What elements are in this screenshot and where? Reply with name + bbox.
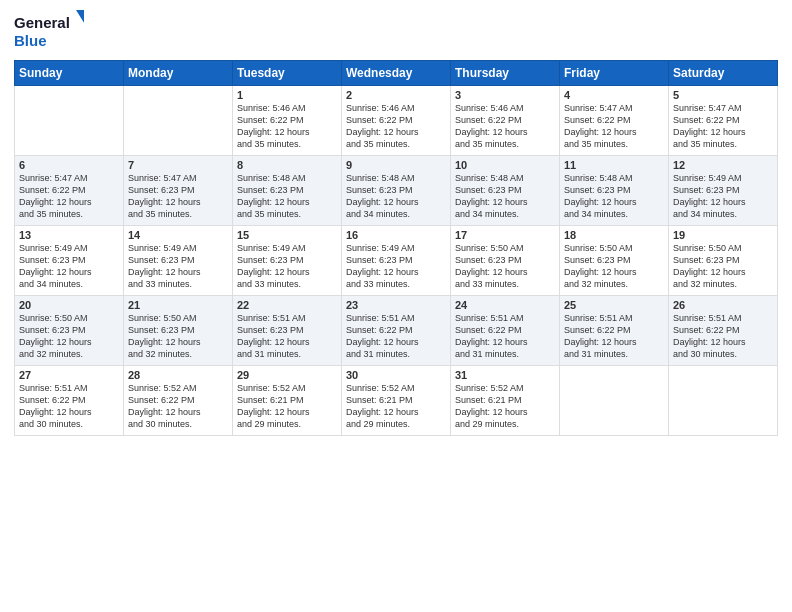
day-number: 29 bbox=[237, 369, 337, 381]
day-info: Sunrise: 5:50 AM Sunset: 6:23 PM Dayligh… bbox=[19, 312, 119, 361]
svg-text:Blue: Blue bbox=[14, 32, 47, 49]
day-info: Sunrise: 5:51 AM Sunset: 6:22 PM Dayligh… bbox=[455, 312, 555, 361]
calendar-cell: 7Sunrise: 5:47 AM Sunset: 6:23 PM Daylig… bbox=[124, 156, 233, 226]
day-number: 9 bbox=[346, 159, 446, 171]
day-number: 30 bbox=[346, 369, 446, 381]
calendar-cell: 17Sunrise: 5:50 AM Sunset: 6:23 PM Dayli… bbox=[451, 226, 560, 296]
day-number: 22 bbox=[237, 299, 337, 311]
calendar-cell: 28Sunrise: 5:52 AM Sunset: 6:22 PM Dayli… bbox=[124, 366, 233, 436]
day-number: 27 bbox=[19, 369, 119, 381]
calendar-cell: 15Sunrise: 5:49 AM Sunset: 6:23 PM Dayli… bbox=[233, 226, 342, 296]
day-info: Sunrise: 5:48 AM Sunset: 6:23 PM Dayligh… bbox=[237, 172, 337, 221]
day-info: Sunrise: 5:50 AM Sunset: 6:23 PM Dayligh… bbox=[128, 312, 228, 361]
calendar-cell: 5Sunrise: 5:47 AM Sunset: 6:22 PM Daylig… bbox=[669, 86, 778, 156]
calendar-cell bbox=[15, 86, 124, 156]
weekday-header-row: SundayMondayTuesdayWednesdayThursdayFrid… bbox=[15, 61, 778, 86]
weekday-monday: Monday bbox=[124, 61, 233, 86]
calendar-cell: 10Sunrise: 5:48 AM Sunset: 6:23 PM Dayli… bbox=[451, 156, 560, 226]
calendar-cell bbox=[669, 366, 778, 436]
svg-text:General: General bbox=[14, 14, 70, 31]
calendar-cell: 1Sunrise: 5:46 AM Sunset: 6:22 PM Daylig… bbox=[233, 86, 342, 156]
calendar-cell: 26Sunrise: 5:51 AM Sunset: 6:22 PM Dayli… bbox=[669, 296, 778, 366]
day-info: Sunrise: 5:49 AM Sunset: 6:23 PM Dayligh… bbox=[19, 242, 119, 291]
day-number: 10 bbox=[455, 159, 555, 171]
calendar-cell: 6Sunrise: 5:47 AM Sunset: 6:22 PM Daylig… bbox=[15, 156, 124, 226]
day-info: Sunrise: 5:48 AM Sunset: 6:23 PM Dayligh… bbox=[455, 172, 555, 221]
calendar-cell: 21Sunrise: 5:50 AM Sunset: 6:23 PM Dayli… bbox=[124, 296, 233, 366]
calendar-cell: 31Sunrise: 5:52 AM Sunset: 6:21 PM Dayli… bbox=[451, 366, 560, 436]
day-number: 21 bbox=[128, 299, 228, 311]
day-number: 5 bbox=[673, 89, 773, 101]
calendar-cell: 13Sunrise: 5:49 AM Sunset: 6:23 PM Dayli… bbox=[15, 226, 124, 296]
day-number: 1 bbox=[237, 89, 337, 101]
day-number: 25 bbox=[564, 299, 664, 311]
calendar-cell: 8Sunrise: 5:48 AM Sunset: 6:23 PM Daylig… bbox=[233, 156, 342, 226]
logo-svg: General Blue bbox=[14, 10, 84, 52]
calendar-cell: 4Sunrise: 5:47 AM Sunset: 6:22 PM Daylig… bbox=[560, 86, 669, 156]
weekday-wednesday: Wednesday bbox=[342, 61, 451, 86]
calendar-cell: 11Sunrise: 5:48 AM Sunset: 6:23 PM Dayli… bbox=[560, 156, 669, 226]
day-info: Sunrise: 5:51 AM Sunset: 6:22 PM Dayligh… bbox=[19, 382, 119, 431]
day-number: 16 bbox=[346, 229, 446, 241]
day-info: Sunrise: 5:49 AM Sunset: 6:23 PM Dayligh… bbox=[673, 172, 773, 221]
day-number: 17 bbox=[455, 229, 555, 241]
day-number: 20 bbox=[19, 299, 119, 311]
day-info: Sunrise: 5:46 AM Sunset: 6:22 PM Dayligh… bbox=[237, 102, 337, 151]
calendar-cell: 18Sunrise: 5:50 AM Sunset: 6:23 PM Dayli… bbox=[560, 226, 669, 296]
calendar-cell: 27Sunrise: 5:51 AM Sunset: 6:22 PM Dayli… bbox=[15, 366, 124, 436]
day-number: 12 bbox=[673, 159, 773, 171]
day-info: Sunrise: 5:52 AM Sunset: 6:22 PM Dayligh… bbox=[128, 382, 228, 431]
day-number: 3 bbox=[455, 89, 555, 101]
weekday-sunday: Sunday bbox=[15, 61, 124, 86]
weekday-saturday: Saturday bbox=[669, 61, 778, 86]
day-info: Sunrise: 5:51 AM Sunset: 6:22 PM Dayligh… bbox=[673, 312, 773, 361]
calendar-cell: 14Sunrise: 5:49 AM Sunset: 6:23 PM Dayli… bbox=[124, 226, 233, 296]
week-row-5: 27Sunrise: 5:51 AM Sunset: 6:22 PM Dayli… bbox=[15, 366, 778, 436]
calendar-cell: 9Sunrise: 5:48 AM Sunset: 6:23 PM Daylig… bbox=[342, 156, 451, 226]
day-info: Sunrise: 5:49 AM Sunset: 6:23 PM Dayligh… bbox=[237, 242, 337, 291]
day-number: 26 bbox=[673, 299, 773, 311]
day-info: Sunrise: 5:52 AM Sunset: 6:21 PM Dayligh… bbox=[346, 382, 446, 431]
day-number: 11 bbox=[564, 159, 664, 171]
calendar-cell: 12Sunrise: 5:49 AM Sunset: 6:23 PM Dayli… bbox=[669, 156, 778, 226]
calendar-body: 1Sunrise: 5:46 AM Sunset: 6:22 PM Daylig… bbox=[15, 86, 778, 436]
calendar-cell: 20Sunrise: 5:50 AM Sunset: 6:23 PM Dayli… bbox=[15, 296, 124, 366]
day-number: 4 bbox=[564, 89, 664, 101]
calendar-cell: 3Sunrise: 5:46 AM Sunset: 6:22 PM Daylig… bbox=[451, 86, 560, 156]
day-info: Sunrise: 5:47 AM Sunset: 6:23 PM Dayligh… bbox=[128, 172, 228, 221]
day-info: Sunrise: 5:48 AM Sunset: 6:23 PM Dayligh… bbox=[564, 172, 664, 221]
calendar-cell: 2Sunrise: 5:46 AM Sunset: 6:22 PM Daylig… bbox=[342, 86, 451, 156]
day-info: Sunrise: 5:47 AM Sunset: 6:22 PM Dayligh… bbox=[564, 102, 664, 151]
week-row-1: 1Sunrise: 5:46 AM Sunset: 6:22 PM Daylig… bbox=[15, 86, 778, 156]
day-number: 15 bbox=[237, 229, 337, 241]
day-number: 31 bbox=[455, 369, 555, 381]
week-row-2: 6Sunrise: 5:47 AM Sunset: 6:22 PM Daylig… bbox=[15, 156, 778, 226]
day-number: 8 bbox=[237, 159, 337, 171]
day-number: 6 bbox=[19, 159, 119, 171]
day-info: Sunrise: 5:50 AM Sunset: 6:23 PM Dayligh… bbox=[673, 242, 773, 291]
calendar-cell: 22Sunrise: 5:51 AM Sunset: 6:23 PM Dayli… bbox=[233, 296, 342, 366]
day-info: Sunrise: 5:51 AM Sunset: 6:22 PM Dayligh… bbox=[564, 312, 664, 361]
day-info: Sunrise: 5:52 AM Sunset: 6:21 PM Dayligh… bbox=[237, 382, 337, 431]
day-number: 14 bbox=[128, 229, 228, 241]
weekday-thursday: Thursday bbox=[451, 61, 560, 86]
day-info: Sunrise: 5:52 AM Sunset: 6:21 PM Dayligh… bbox=[455, 382, 555, 431]
calendar-table: SundayMondayTuesdayWednesdayThursdayFrid… bbox=[14, 60, 778, 436]
calendar-cell: 16Sunrise: 5:49 AM Sunset: 6:23 PM Dayli… bbox=[342, 226, 451, 296]
logo: General Blue bbox=[14, 10, 84, 52]
week-row-4: 20Sunrise: 5:50 AM Sunset: 6:23 PM Dayli… bbox=[15, 296, 778, 366]
day-info: Sunrise: 5:50 AM Sunset: 6:23 PM Dayligh… bbox=[564, 242, 664, 291]
svg-marker-2 bbox=[76, 10, 84, 26]
day-number: 13 bbox=[19, 229, 119, 241]
day-info: Sunrise: 5:51 AM Sunset: 6:22 PM Dayligh… bbox=[346, 312, 446, 361]
day-info: Sunrise: 5:47 AM Sunset: 6:22 PM Dayligh… bbox=[19, 172, 119, 221]
day-number: 19 bbox=[673, 229, 773, 241]
day-number: 7 bbox=[128, 159, 228, 171]
day-number: 18 bbox=[564, 229, 664, 241]
calendar-cell: 24Sunrise: 5:51 AM Sunset: 6:22 PM Dayli… bbox=[451, 296, 560, 366]
day-info: Sunrise: 5:48 AM Sunset: 6:23 PM Dayligh… bbox=[346, 172, 446, 221]
weekday-tuesday: Tuesday bbox=[233, 61, 342, 86]
week-row-3: 13Sunrise: 5:49 AM Sunset: 6:23 PM Dayli… bbox=[15, 226, 778, 296]
calendar-cell bbox=[124, 86, 233, 156]
day-number: 28 bbox=[128, 369, 228, 381]
